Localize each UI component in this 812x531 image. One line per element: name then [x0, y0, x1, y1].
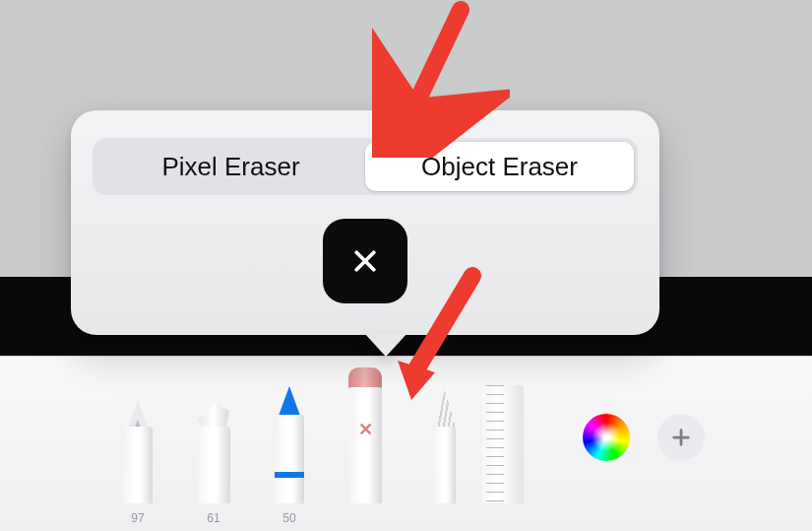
pencil-tool[interactable]: 50: [260, 378, 319, 503]
add-tool-button[interactable]: [657, 414, 705, 461]
pen-size-label: 97: [131, 511, 144, 525]
object-eraser-segment[interactable]: Object Eraser: [365, 142, 634, 191]
pen-tool[interactable]: 97: [108, 378, 167, 503]
eraser-options-popover: Pixel Eraser Object Eraser: [71, 110, 659, 335]
marker-size-label: 61: [207, 511, 219, 525]
lasso-tool[interactable]: [415, 378, 474, 503]
tool-palette: 97 61 50 ✕: [0, 356, 812, 531]
close-icon: [350, 246, 380, 276]
color-picker[interactable]: [583, 414, 630, 461]
eraser-mode-segmented: Pixel Eraser Object Eraser: [93, 138, 638, 195]
eraser-x-icon: ✕: [358, 419, 373, 440]
pencil-size-label: 50: [282, 511, 295, 525]
pixel-eraser-segment[interactable]: Pixel Eraser: [96, 142, 365, 191]
plus-icon: [670, 427, 692, 448]
close-popover-button[interactable]: [323, 219, 407, 303]
marker-tool[interactable]: 61: [184, 378, 243, 503]
ruler-tool[interactable]: [482, 378, 524, 503]
eraser-tool[interactable]: ✕: [336, 361, 395, 503]
